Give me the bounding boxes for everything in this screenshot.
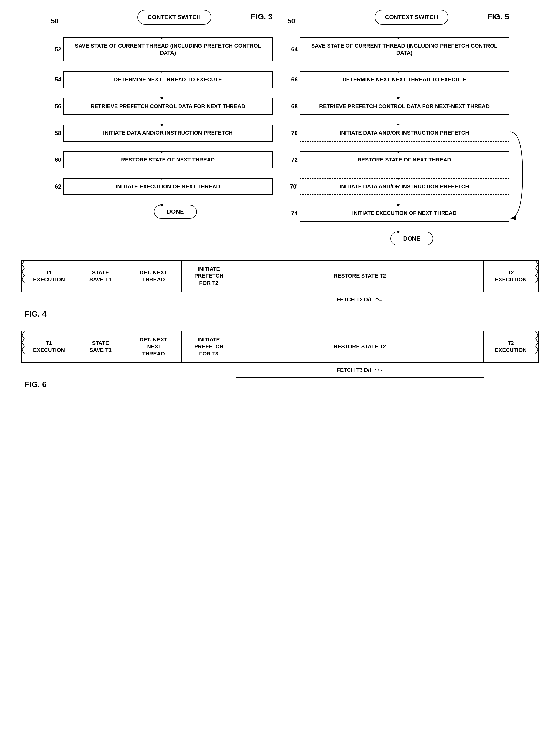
fig6-cell-state-save: STATESAVE T1	[76, 331, 125, 362]
fig6-fetch-cell: FETCH T3 D/I	[236, 363, 485, 378]
fig4-det-next-text: DET. NEXTTHREAD	[140, 269, 167, 283]
fig4-state-save-text: STATESAVE T1	[89, 269, 111, 283]
arrow-icon	[161, 28, 162, 38]
fig3-diagram: 50 CONTEXT SWITCH FIG. 3 52 SAVE STATE O…	[51, 10, 272, 246]
step-num-70: 70	[288, 130, 300, 137]
fig3-done: DONE	[154, 205, 197, 219]
step-box-74: INITIATE EXECUTION OF NEXT THREAD	[300, 205, 509, 222]
step-text-66: DETERMINE NEXT-NEXT THREAD TO EXECUTE	[300, 71, 509, 88]
fig6-t2-exec-text: T2EXECUTION	[495, 340, 526, 354]
fig4-restore-state-text: RESTORE STATE T2	[334, 272, 386, 280]
step-num-70p: 70'	[288, 183, 300, 190]
fig3-start-oval: CONTEXT SWITCH	[138, 10, 211, 24]
step-num-64: 64	[288, 46, 300, 53]
fig3-step-60: 60 RESTORE STATE OF NEXT THREAD	[51, 151, 272, 168]
step-text-74: INITIATE EXECUTION OF NEXT THREAD	[300, 205, 509, 222]
fig4-initiate-prefetch-text: INITIATEPREFETCHFOR T2	[194, 266, 223, 287]
step-box-70: INITIATE DATA AND/OR INSTRUCTION PREFETC…	[300, 124, 509, 142]
arrow-icon	[398, 115, 399, 124]
fig5-step-64: 64 SAVE STATE OF CURRENT THREAD (INCLUDI…	[288, 38, 509, 61]
step-num-68: 68	[288, 103, 300, 110]
step-box-60: RESTORE STATE OF NEXT THREAD	[63, 151, 272, 168]
fig4-label: FIG. 4	[24, 310, 550, 319]
step-box-72: RESTORE STATE OF NEXT THREAD	[300, 151, 509, 168]
step-text-56: RETRIEVE PREFETCH CONTROL DATA FOR NEXT …	[63, 98, 272, 115]
step-text-58: INITIATE DATA AND/OR INSTRUCTION PREFETC…	[63, 124, 272, 142]
wavy-end-icon	[373, 366, 384, 374]
fig5-arrow-7	[288, 222, 509, 232]
fig4-t1-exec-text: T1EXECUTION	[33, 269, 65, 283]
arrow-icon	[161, 88, 162, 98]
fig4-table: T1EXECUTION STATESAVE T1 DET. NEXTTHREAD…	[21, 260, 539, 292]
step-num-58: 58	[51, 130, 63, 137]
fig4-cell-t2-exec: T2EXECUTION	[484, 261, 538, 292]
fig3-step-52: 52 SAVE STATE OF CURRENT THREAD (INCLUDI…	[51, 38, 272, 61]
fig4-fetch-label: FETCH T2 D/I	[337, 297, 371, 303]
fig6-fetch-end-spacer	[485, 363, 539, 378]
fig4-cell-det-next: DET. NEXTTHREAD	[125, 261, 182, 292]
diagrams-row: 50 CONTEXT SWITCH FIG. 3 52 SAVE STATE O…	[10, 10, 550, 246]
fig6-cell-t1-exec: T1EXECUTION	[22, 331, 76, 362]
fig4-cell-initiate-prefetch: INITIATEPREFETCHFOR T2	[182, 261, 236, 292]
fig4-cell-t1-exec: T1EXECUTION	[22, 261, 76, 292]
step-num-72: 72	[288, 156, 300, 163]
fig5-arrow-2	[288, 88, 509, 98]
fig5-title-area: 50' CONTEXT SWITCH FIG. 5	[288, 10, 509, 25]
fig5-step-66: 66 DETERMINE NEXT-NEXT THREAD TO EXECUTE	[288, 71, 509, 88]
fig3-label: FIG. 3	[251, 12, 272, 21]
step-text-70: INITIATE DATA AND/OR INSTRUCTION PREFETC…	[300, 124, 509, 142]
fig4-block: T1EXECUTION STATESAVE T1 DET. NEXTTHREAD…	[10, 260, 550, 319]
fig5-diagram: 50' CONTEXT SWITCH FIG. 5 64 SAVE STATE …	[288, 10, 509, 246]
fig5-step-68: 68 RETRIEVE PREFETCH CONTROL DATA FOR NE…	[288, 98, 509, 115]
fig3-step-56: 56 RETRIEVE PREFETCH CONTROL DATA FOR NE…	[51, 98, 272, 115]
fig6-cell-t2-exec: T2EXECUTION	[484, 331, 538, 362]
step-box-56: RETRIEVE PREFETCH CONTROL DATA FOR NEXT …	[63, 98, 272, 115]
fig5-arrow-6	[288, 195, 509, 205]
arrow-icon	[161, 142, 162, 151]
fig4-cell-state-save: STATESAVE T1	[76, 261, 125, 292]
fig5-arrow-5	[288, 168, 509, 178]
fig6-cell-det-next: DET. NEXT-NEXTTHREAD	[125, 331, 182, 362]
arrow-icon	[161, 115, 162, 124]
fig5-num: 50'	[288, 17, 297, 25]
page-container: 50 CONTEXT SWITCH FIG. 3 52 SAVE STATE O…	[10, 10, 550, 389]
fig3-title-area: 50 CONTEXT SWITCH FIG. 3	[51, 10, 272, 25]
step-box-52: SAVE STATE OF CURRENT THREAD (INCLUDING …	[63, 38, 272, 61]
step-num-54: 54	[51, 76, 63, 83]
step-text-62: INITIATE EXECUTION OF NEXT THREAD	[63, 178, 272, 195]
fig6-cell-initiate-prefetch: INITIATEPREFETCHFOR T3	[182, 331, 236, 362]
step-box-64: SAVE STATE OF CURRENT THREAD (INCLUDING …	[300, 38, 509, 61]
fig3-num: 50	[51, 17, 59, 25]
arrow-icon	[398, 61, 399, 71]
arrow-icon	[398, 195, 399, 205]
step-text-64: SAVE STATE OF CURRENT THREAD (INCLUDING …	[300, 38, 509, 61]
arrow-icon	[398, 168, 399, 178]
step-num-60: 60	[51, 156, 63, 163]
fig5-step-74: 74 INITIATE EXECUTION OF NEXT THREAD	[288, 205, 509, 222]
fig5-step-70: 70 INITIATE DATA AND/OR INSTRUCTION PREF…	[288, 124, 509, 142]
curved-arrow-icon	[508, 124, 527, 223]
jagged-right-icon	[533, 261, 538, 283]
fig5-arrow-4	[288, 142, 509, 151]
fig6-state-save-text: STATESAVE T1	[89, 340, 111, 354]
fig6-block: T1EXECUTION STATESAVE T1 DET. NEXT-NEXTT…	[10, 331, 550, 389]
arrow-icon	[398, 88, 399, 98]
tables-section: T1EXECUTION STATESAVE T1 DET. NEXTTHREAD…	[10, 260, 550, 389]
step-box-70p: INITIATE DATA AND/OR INSTRUCTION PREFETC…	[300, 178, 509, 195]
step-text-54: DETERMINE NEXT THREAD TO EXECUTE	[63, 71, 272, 88]
step-box-68: RETRIEVE PREFETCH CONTROL DATA FOR NEXT-…	[300, 98, 509, 115]
jagged-right-icon	[533, 331, 538, 354]
fig3-arrow-1	[51, 61, 272, 71]
arrow-icon	[161, 61, 162, 71]
fig6-label: FIG. 6	[24, 380, 550, 389]
fig5-done: DONE	[390, 232, 433, 246]
fig4-fetch-row: FETCH T2 D/I	[21, 292, 539, 308]
fig3-step-54: 54 DETERMINE NEXT THREAD TO EXECUTE	[51, 71, 272, 88]
arrow-icon	[398, 142, 399, 151]
fig6-restore-state-text: RESTORE STATE T2	[334, 343, 386, 350]
step-text-68: RETRIEVE PREFETCH CONTROL DATA FOR NEXT-…	[300, 98, 509, 115]
fig3-arrow-5	[51, 168, 272, 178]
arrow-icon	[398, 28, 399, 38]
fig4-fetch-inner: FETCH T2 D/I	[239, 296, 481, 303]
step-num-74: 74	[288, 210, 300, 217]
